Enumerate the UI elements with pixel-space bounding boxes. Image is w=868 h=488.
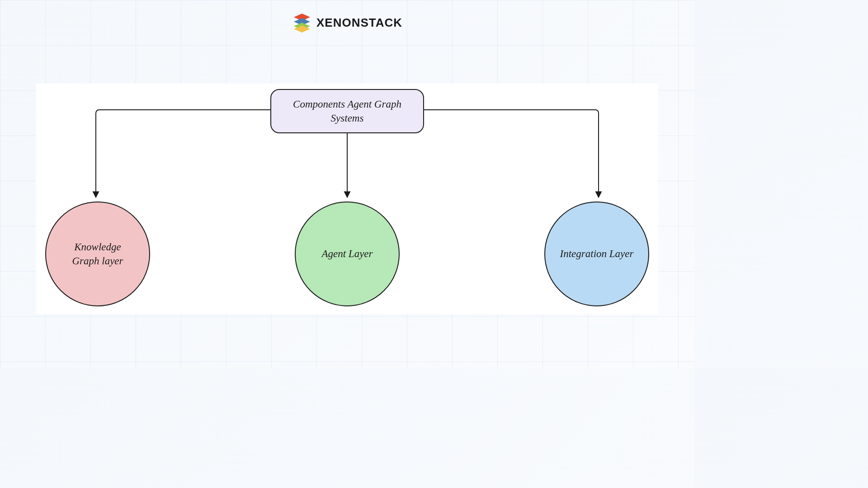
diagram-node-right-label: Integration Layer xyxy=(560,247,634,261)
diagram-root-node: Components Agent Graph Systems xyxy=(270,89,424,133)
diagram-canvas: Components Agent Graph Systems Knowledge… xyxy=(36,84,658,314)
diagram-node-left-label: Knowledge Graph layer xyxy=(60,240,136,268)
diagram-node-knowledge-graph-layer: Knowledge Graph layer xyxy=(45,202,150,306)
diagram-root-label: Components Agent Graph Systems xyxy=(293,99,401,124)
brand-header: XENONSTACK xyxy=(292,13,402,33)
brand-logo-icon xyxy=(292,13,312,33)
brand-name: XENONSTACK xyxy=(316,16,402,30)
diagram-node-integration-layer: Integration Layer xyxy=(544,202,649,306)
diagram-node-center-label: Agent Layer xyxy=(321,247,373,261)
diagram-node-agent-layer: Agent Layer xyxy=(295,202,400,306)
